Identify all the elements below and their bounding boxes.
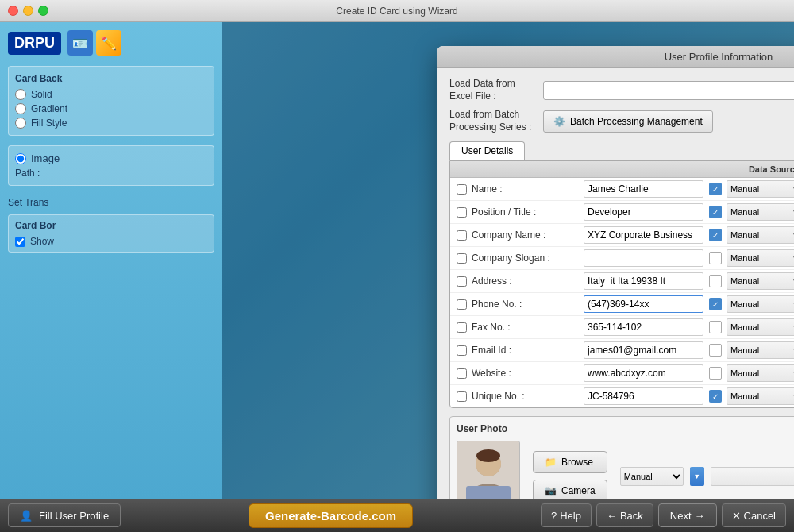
user-details-tab[interactable]: User Details: [449, 141, 525, 160]
table-body: Name : ✓ Manual ▼: [450, 178, 794, 407]
main-area: DRPU 🪪 ✏️ Card Back Solid Gradient: [0, 22, 794, 499]
bottom-help-button[interactable]: ? Help: [541, 503, 592, 527]
website-input[interactable]: [584, 364, 703, 382]
email-checkbox[interactable]: [457, 345, 467, 356]
name-value-cell: ✓: [584, 180, 727, 198]
unique-label: Unique No. :: [472, 391, 525, 402]
maximize-button[interactable]: [38, 6, 48, 16]
fill-style-option[interactable]: Fill Style: [15, 118, 207, 129]
tab-bar: User Details: [449, 141, 794, 160]
phone-label: Phone No. :: [472, 299, 522, 310]
fax-checkbox[interactable]: [457, 322, 467, 333]
bottom-help-label: Help: [560, 510, 581, 522]
company-checkbox[interactable]: [457, 230, 467, 241]
company-source-select[interactable]: Manual: [727, 226, 794, 244]
website-value-cell: [584, 364, 727, 382]
slogan-checkbox[interactable]: [457, 253, 467, 264]
header-data-source: Data Source: [727, 164, 794, 174]
solid-option[interactable]: Solid: [15, 89, 207, 100]
modal-titlebar: User Profile Information: [437, 46, 794, 68]
traffic-lights: [8, 6, 48, 16]
minimize-button[interactable]: [23, 6, 33, 16]
email-source-select[interactable]: Manual: [727, 341, 794, 359]
unique-source-select[interactable]: Manual: [727, 387, 794, 405]
drpu-logo: DRPU: [8, 32, 61, 55]
address-empty-icon: [709, 275, 722, 287]
position-input[interactable]: [584, 203, 703, 221]
gradient-radio[interactable]: [15, 103, 26, 114]
fax-source-select[interactable]: Manual: [727, 318, 794, 336]
name-input[interactable]: [584, 180, 703, 198]
camera-label: Camera: [561, 485, 596, 496]
unique-value-cell: ✓: [584, 387, 727, 405]
gradient-option[interactable]: Gradient: [15, 103, 207, 114]
id-card-icon: 🪪: [67, 30, 93, 56]
image-radio[interactable]: [15, 153, 26, 164]
phone-source-cell: Manual ▼: [727, 295, 794, 313]
photo-source-arrow[interactable]: ▼: [690, 467, 704, 486]
address-label-cell: Address :: [457, 276, 584, 287]
batch-processing-button[interactable]: ⚙️ Batch Processing Management: [543, 110, 713, 133]
website-source-select[interactable]: Manual: [727, 364, 794, 382]
solid-label: Solid: [31, 89, 52, 100]
back-button[interactable]: ← Back: [596, 503, 653, 527]
tab-label: User Details: [461, 145, 513, 156]
address-checkbox[interactable]: [457, 276, 467, 287]
phone-input[interactable]: [584, 295, 703, 313]
website-checkbox[interactable]: [457, 368, 467, 379]
photo-series-select[interactable]: [711, 467, 794, 486]
phone-value-cell: ✓: [584, 295, 727, 313]
path-label: Path :: [15, 168, 40, 179]
next-button[interactable]: Next →: [658, 503, 717, 527]
company-label: Company Name :: [472, 229, 545, 241]
load-excel-input[interactable]: [543, 81, 794, 100]
generate-barcode-label: Generate-Barcode.com: [265, 509, 396, 522]
phone-source-select[interactable]: Manual: [727, 295, 794, 313]
cancel-label: Cancel: [744, 510, 776, 522]
load-data-row: Load Data fromExcel File : 🔍 Browse 🔍 Vi…: [449, 78, 794, 102]
position-source-select[interactable]: Manual: [727, 203, 794, 221]
position-checkbox[interactable]: [457, 207, 467, 218]
position-label: Position / Title :: [472, 206, 536, 218]
address-value-cell: [584, 272, 727, 290]
fax-input[interactable]: [584, 318, 703, 336]
show-border-checkbox[interactable]: [15, 237, 25, 247]
close-button[interactable]: [8, 6, 18, 16]
position-checked-icon: ✓: [709, 206, 722, 218]
show-border-label: Show: [30, 236, 54, 247]
unique-input[interactable]: [584, 387, 703, 405]
slogan-input[interactable]: [584, 249, 703, 267]
generate-barcode-button[interactable]: Generate-Barcode.com: [249, 503, 413, 528]
email-label-cell: Email Id :: [457, 345, 584, 356]
name-checkbox[interactable]: [457, 184, 467, 195]
image-radio-row: Image: [15, 152, 207, 164]
table-row: Unique No. : ✓ Manual ▼: [450, 385, 794, 407]
fill-style-radio[interactable]: [15, 118, 26, 129]
email-input[interactable]: [584, 341, 703, 359]
address-source-select[interactable]: Manual: [727, 272, 794, 290]
slogan-source-select[interactable]: Manual: [727, 249, 794, 267]
slogan-empty-icon: [709, 252, 722, 264]
address-source-cell: Manual ▼: [727, 272, 794, 290]
title-bar: Create ID Card using Wizard: [0, 0, 794, 22]
photo-source-area: Manual ▼ ▼ View: [620, 467, 794, 486]
company-input[interactable]: [584, 226, 703, 244]
address-input[interactable]: [584, 272, 703, 290]
path-row: Path :: [15, 168, 207, 179]
address-label: Address :: [472, 276, 512, 287]
name-source-select[interactable]: Manual: [727, 180, 794, 198]
photo-source-select[interactable]: Manual: [620, 467, 684, 486]
unique-checkbox[interactable]: [457, 391, 467, 402]
unique-label-cell: Unique No. :: [457, 391, 584, 402]
cancel-button[interactable]: ✕ Cancel: [722, 503, 786, 527]
table-row: Phone No. : ✓ Manual ▼: [450, 293, 794, 316]
back-label: Back: [620, 510, 643, 522]
fill-user-profile-button[interactable]: 👤 Fill User Profile: [8, 503, 121, 527]
phone-checked-icon: ✓: [709, 298, 722, 310]
phone-checkbox[interactable]: [457, 299, 467, 310]
position-source-cell: Manual ▼: [727, 203, 794, 221]
email-value-cell: [584, 341, 727, 359]
solid-radio[interactable]: [15, 89, 26, 100]
card-back-title: Card Back: [15, 73, 207, 84]
browse-photo-button[interactable]: 📁 Browse: [533, 451, 607, 473]
